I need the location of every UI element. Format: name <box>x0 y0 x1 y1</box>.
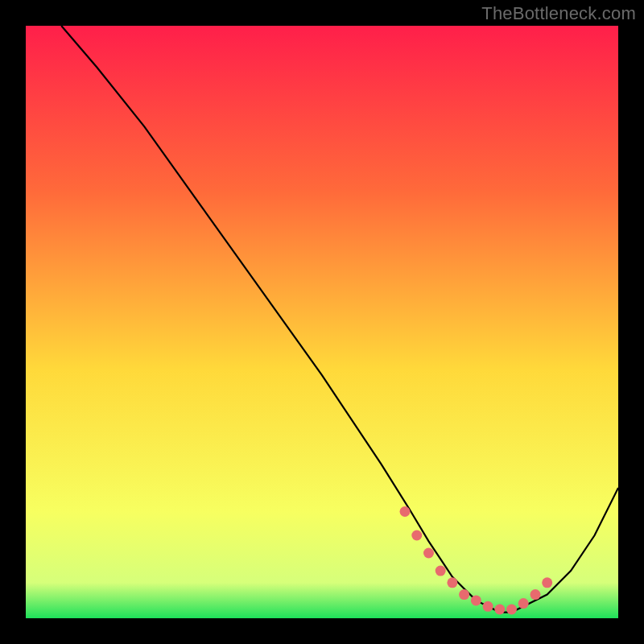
marker-dot <box>542 577 552 588</box>
marker-dot <box>471 595 481 605</box>
marker-dot <box>483 601 493 612</box>
marker-dot <box>411 530 422 541</box>
marker-dot <box>400 506 411 517</box>
watermark-text: TheBottleneck.com <box>481 3 636 24</box>
marker-dot <box>423 548 434 559</box>
marker-dot <box>436 566 446 576</box>
marker-dot <box>447 577 457 588</box>
marker-dot <box>506 605 517 615</box>
marker-dot <box>530 589 541 600</box>
chart-svg <box>0 0 644 644</box>
marker-dot <box>518 598 529 609</box>
chart-container: { "watermark": "TheBottleneck.com", "cha… <box>0 0 644 644</box>
marker-dot <box>459 589 469 600</box>
plot-background <box>26 26 618 618</box>
marker-dot <box>494 605 505 615</box>
